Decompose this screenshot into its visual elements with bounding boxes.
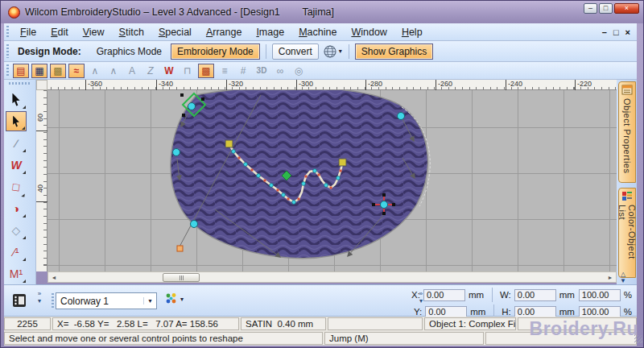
circle-object-tool[interactable]: ◑ [6, 198, 27, 218]
menu-stitch[interactable]: Stitch [112, 26, 151, 39]
hint-text: Select and move one or several control p… [4, 332, 323, 345]
toolbar-overflow[interactable]: »▾ [35, 290, 44, 304]
zigzag-fill-icon[interactable]: ≈ [68, 64, 85, 78]
object-info: Object 1: Complex Fill [424, 317, 516, 330]
ruler-tick: -300 [296, 80, 313, 90]
wave-effect-icon[interactable]: W [161, 64, 177, 78]
y-label: Y: [414, 307, 422, 317]
object-properties-icon [621, 85, 633, 95]
knife-tool[interactable]: ∕ [6, 133, 27, 153]
mdi-close-button[interactable]: × [625, 27, 630, 37]
h-label: H: [502, 307, 511, 317]
motif-fill-icon[interactable]: ▩ [50, 64, 66, 78]
menu-machine[interactable]: Machine [291, 26, 344, 39]
left-toolbox: ∕ W □ ◑ ◇ ∕¹ M¹ [4, 80, 36, 284]
design-canvas[interactable] [47, 90, 617, 271]
x-label: X: [411, 290, 420, 300]
graphics-mode-button[interactable]: Graphics Mode [91, 44, 167, 59]
toolbar-grip[interactable] [6, 64, 9, 77]
closed-shape-tool[interactable]: □ [4, 175, 27, 197]
mdi-minimize-button[interactable]: – [602, 27, 607, 37]
menu-help[interactable]: Help [394, 26, 430, 39]
menu-edit[interactable]: Edit [43, 26, 76, 39]
colorway-selected-value: Colorway 1 [56, 296, 143, 307]
menu-arrange[interactable]: Arrange [199, 26, 249, 39]
film-slide-icon [11, 292, 27, 309]
scroll-right-icon[interactable]: ► [605, 275, 616, 280]
toolbar-grip[interactable] [52, 293, 54, 309]
menu-image[interactable]: Image [249, 26, 291, 39]
input-c-icon[interactable]: A [124, 64, 140, 78]
w-unit: mm [559, 290, 576, 300]
menu-special[interactable]: Special [151, 26, 199, 39]
lettering-tool[interactable]: W [6, 155, 27, 175]
w-input[interactable]: 0.00 [514, 289, 556, 301]
x-input[interactable]: 0.00 [423, 289, 465, 301]
orange-node-marker[interactable] [177, 246, 183, 251]
title-bar: Wilcom EmbroideryStudio – Level 3 Advanc… [1, 1, 644, 23]
pointer-position: X= -6.58 Y= 2.58 L= 7.07 A= 158.56 [52, 317, 239, 330]
star-shape-tool[interactable]: ◇ [6, 220, 27, 240]
reshape-arrow-icon [12, 116, 21, 127]
menu-view[interactable]: View [76, 26, 112, 39]
tatami-fill-icon[interactable]: ▦ [31, 64, 47, 78]
fancy-fill-icon[interactable]: # [235, 64, 251, 78]
complex-fill-object[interactable] [171, 90, 427, 259]
polyline-tool[interactable]: M¹ [6, 263, 27, 284]
embroidery-design[interactable] [47, 90, 617, 271]
maximize-button[interactable]: □ [599, 3, 613, 14]
contour-lines-icon[interactable]: ≡ [217, 64, 233, 78]
color-palette-button[interactable]: ▾ [165, 292, 184, 305]
stitch-toolbar: ▤ ▦ ▩ ≈ ∧ ∧ A Z W ⊓ ▩ ≡ # 3D ∞ ◎ [4, 62, 637, 80]
toolbar-grip[interactable] [6, 26, 9, 38]
resize-grip[interactable] [634, 335, 642, 343]
minimize-button[interactable]: – [584, 3, 597, 14]
panel-scroll-down-icon[interactable]: ▼ [620, 278, 626, 284]
design-mode-label: Design Mode: [18, 46, 81, 57]
embroidery-mode-button[interactable]: Embroidery Mode [171, 44, 260, 60]
trapunto-icon[interactable]: ◎ [291, 64, 307, 78]
mdi-restore-button[interactable]: □ [613, 27, 619, 37]
ruler-tick: -240 [506, 80, 522, 90]
colorway-editor-button[interactable] [9, 290, 30, 311]
menu-window[interactable]: Window [344, 26, 394, 39]
scrollbar-thumb[interactable] [163, 273, 200, 282]
status-spacer [328, 317, 423, 330]
ruler-origin-button[interactable] [36, 80, 47, 90]
scale-x-input[interactable]: 100.00 [579, 289, 621, 301]
tab-object-properties[interactable]: Object Properties [618, 81, 636, 183]
scale-y-percent: % [624, 307, 632, 317]
open-line-tool[interactable]: ∕¹ [6, 242, 27, 262]
program-split-icon[interactable]: ▩ [198, 64, 214, 78]
menu-file[interactable]: File [13, 26, 43, 39]
input-a-icon[interactable]: ∧ [87, 64, 103, 78]
ruler-tick: -340 [156, 80, 173, 90]
horizontal-scrollbar[interactable]: ◄ ► [47, 271, 617, 283]
ruler-tick: 40 [36, 184, 47, 202]
select-tool[interactable] [6, 89, 27, 110]
tab-color-object-list[interactable]: Color-Object List [618, 188, 636, 278]
scroll-left-icon[interactable]: ◄ [48, 275, 60, 280]
3d-effect-icon[interactable]: 3D [254, 64, 270, 78]
toolbar-grip[interactable] [6, 44, 9, 59]
close-button[interactable]: × [614, 3, 639, 14]
effects-glasses-icon[interactable]: ∞ [272, 64, 288, 78]
mode-toolbar: Design Mode: Graphics Mode Embroidery Mo… [4, 41, 637, 62]
show-graphics-button[interactable]: Show Graphics [355, 44, 433, 60]
colorway-select[interactable]: Colorway 1 ▾ [56, 292, 157, 309]
reshape-tool[interactable] [6, 111, 27, 131]
ruler-tick: -360 [85, 80, 102, 90]
convert-button[interactable]: Convert [272, 44, 319, 60]
skew-icon[interactable]: Z [142, 64, 159, 78]
combo-dropdown-icon[interactable]: ▾ [143, 297, 156, 304]
machine-format-button[interactable]: ▾ [320, 44, 345, 60]
parallel-fill-icon[interactable]: ▤ [13, 64, 29, 78]
y-unit: mm [470, 307, 486, 317]
application-window: Wilcom EmbroideryStudio – Level 3 Advanc… [0, 0, 644, 348]
input-b-icon[interactable]: ∧ [105, 64, 122, 78]
dropdown-arrow-icon: ▾ [180, 296, 184, 303]
toolbar-grip[interactable] [9, 82, 31, 85]
current-mode: Jump (M) [324, 332, 484, 345]
w-label: W: [500, 290, 511, 300]
step-effect-icon[interactable]: ⊓ [180, 64, 196, 78]
